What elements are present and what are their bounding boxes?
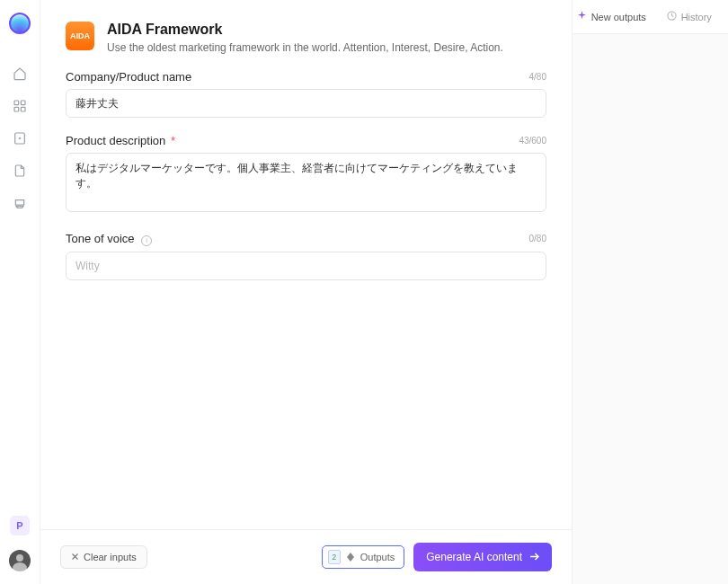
arrow-right-icon — [529, 551, 539, 563]
close-icon — [71, 552, 79, 562]
outputs-label: Outputs — [360, 552, 395, 562]
tab-new-outputs[interactable]: New outputs — [573, 0, 651, 33]
tone-label: Tone of voice i — [66, 232, 152, 246]
company-input[interactable] — [66, 89, 546, 118]
left-sidebar: P — [0, 0, 40, 584]
company-counter: 4/80 — [529, 72, 546, 82]
output-icon[interactable] — [13, 196, 27, 210]
tone-counter: 0/80 — [529, 234, 546, 243]
company-label: Company/Product name — [66, 70, 191, 84]
tone-input[interactable] — [66, 252, 546, 280]
description-input[interactable] — [66, 153, 546, 212]
form-footer: Clear inputs 2 Outputs Generate AI conte… — [40, 529, 572, 584]
svg-rect-1 — [21, 101, 25, 105]
outputs-value: 2 — [328, 550, 341, 564]
tab-history[interactable]: History — [651, 0, 729, 33]
svg-rect-0 — [14, 101, 19, 105]
templates-icon[interactable] — [13, 99, 27, 113]
profile-badge[interactable]: P — [10, 516, 30, 535]
generate-button[interactable]: Generate AI content — [413, 543, 552, 571]
svg-rect-2 — [14, 107, 19, 111]
home-icon[interactable] — [13, 66, 27, 81]
sparkle-icon — [577, 11, 587, 22]
page-title: AIDA Framework — [107, 22, 503, 38]
stepper-arrows-icon[interactable] — [347, 553, 354, 562]
outputs-stepper[interactable]: 2 Outputs — [322, 545, 405, 569]
page-subtitle: Use the oldest marketing framework in th… — [107, 41, 503, 54]
documents-icon[interactable] — [13, 131, 27, 146]
svg-rect-3 — [21, 107, 25, 111]
field-description: Product description * 43/600 — [66, 134, 546, 216]
template-icon: AIDA — [66, 22, 94, 50]
field-company: Company/Product name 4/80 — [66, 70, 546, 118]
main-panel: AIDA AIDA Framework Use the oldest marke… — [40, 0, 573, 584]
template-header: AIDA AIDA Framework Use the oldest marke… — [40, 0, 572, 66]
output-panel: New outputs History — [573, 0, 728, 584]
user-avatar[interactable] — [9, 550, 31, 571]
info-icon[interactable]: i — [141, 235, 152, 246]
clear-inputs-button[interactable]: Clear inputs — [60, 545, 147, 569]
input-form: Company/Product name 4/80 Product descri… — [40, 66, 572, 280]
description-label: Product description * — [66, 134, 175, 147]
clock-icon — [667, 11, 677, 22]
app-logo[interactable] — [9, 13, 31, 34]
field-tone: Tone of voice i 0/80 — [66, 232, 546, 280]
description-counter: 43/600 — [519, 136, 546, 146]
file-icon[interactable] — [13, 164, 27, 178]
